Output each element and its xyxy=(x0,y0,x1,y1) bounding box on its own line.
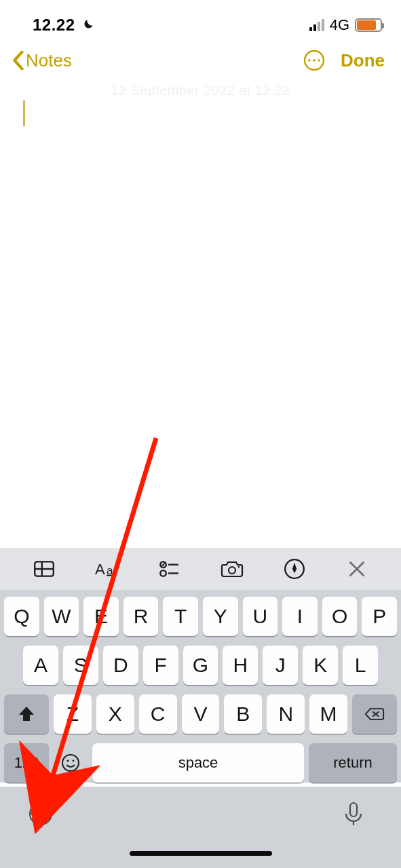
svg-text:a: a xyxy=(107,564,113,577)
key-a[interactable]: A xyxy=(23,646,58,685)
dictation-icon[interactable] xyxy=(340,800,367,827)
key-t[interactable]: T xyxy=(163,597,198,636)
status-right: 4G xyxy=(309,16,382,34)
keyboard-row-3: Z X C V B N M xyxy=(4,694,397,734)
svg-point-2 xyxy=(313,59,316,62)
svg-point-22 xyxy=(73,760,75,762)
note-timestamp: 12 September 2022 at 12.22 xyxy=(0,83,401,98)
shift-key[interactable] xyxy=(4,694,49,734)
numeric-mode-key[interactable]: 123 xyxy=(4,743,49,783)
svg-point-1 xyxy=(308,59,311,62)
key-n[interactable]: N xyxy=(267,694,305,734)
do-not-disturb-icon xyxy=(81,18,94,32)
checklist-icon[interactable] xyxy=(157,557,180,580)
status-left: 12.22 xyxy=(33,16,94,35)
keyboard-bottom-strip xyxy=(0,787,401,868)
key-w[interactable]: W xyxy=(44,597,79,636)
key-p[interactable]: P xyxy=(362,597,397,636)
svg-point-3 xyxy=(318,59,320,62)
format-icon[interactable]: A a xyxy=(95,557,118,580)
svg-point-21 xyxy=(67,760,69,762)
key-k[interactable]: K xyxy=(303,646,338,685)
battery-icon xyxy=(355,18,382,32)
keyboard-row-1: Q W E R T Y U I O P xyxy=(4,597,397,636)
svg-point-20 xyxy=(62,755,79,771)
note-toolbar: A a xyxy=(0,548,401,590)
key-y[interactable]: Y xyxy=(203,597,238,636)
return-key[interactable]: return xyxy=(309,743,397,783)
chevron-left-icon xyxy=(12,51,24,70)
status-bar: 12.22 4G xyxy=(0,0,401,38)
key-j[interactable]: J xyxy=(263,646,298,685)
camera-icon[interactable] xyxy=(221,557,244,580)
key-x[interactable]: X xyxy=(96,694,134,734)
more-options-button[interactable] xyxy=(303,49,326,72)
key-f[interactable]: F xyxy=(143,646,178,685)
key-r[interactable]: R xyxy=(123,597,159,636)
key-m[interactable]: M xyxy=(309,694,347,734)
keyboard: Q W E R T Y U I O P A S D F G H J K L Z xyxy=(0,590,401,783)
space-key[interactable]: space xyxy=(92,743,304,783)
keyboard-row-2: A S D F G H J K L xyxy=(4,646,397,685)
nav-bar: Notes Done xyxy=(0,38,401,83)
markup-icon[interactable] xyxy=(283,557,306,580)
key-s[interactable]: S xyxy=(63,646,98,685)
key-h[interactable]: H xyxy=(223,646,258,685)
key-e[interactable]: E xyxy=(83,597,119,636)
close-icon[interactable] xyxy=(345,557,368,580)
key-o[interactable]: O xyxy=(322,597,358,636)
svg-point-13 xyxy=(229,567,235,574)
backspace-key[interactable] xyxy=(352,694,397,734)
svg-rect-26 xyxy=(350,803,357,816)
key-d[interactable]: D xyxy=(103,646,138,685)
svg-point-11 xyxy=(161,570,167,576)
key-u[interactable]: U xyxy=(243,597,278,636)
svg-text:A: A xyxy=(95,561,105,578)
key-i[interactable]: I xyxy=(282,597,318,636)
key-z[interactable]: Z xyxy=(54,694,92,734)
globe-icon[interactable] xyxy=(27,800,54,827)
key-g[interactable]: G xyxy=(183,646,218,685)
key-v[interactable]: V xyxy=(182,694,220,734)
key-q[interactable]: Q xyxy=(4,597,39,636)
emoji-key[interactable] xyxy=(54,743,88,783)
back-button[interactable]: Notes xyxy=(12,50,72,71)
note-editor[interactable]: 12 September 2022 at 12.22 xyxy=(0,83,401,524)
home-indicator[interactable] xyxy=(130,851,272,856)
table-icon[interactable] xyxy=(33,557,56,580)
cellular-signal-icon xyxy=(309,19,324,31)
done-button[interactable]: Done xyxy=(341,50,385,71)
back-label: Notes xyxy=(26,50,72,71)
svg-point-14 xyxy=(237,566,240,568)
status-time: 12.22 xyxy=(33,16,75,35)
key-c[interactable]: C xyxy=(139,694,177,734)
text-cursor xyxy=(23,100,25,126)
key-l[interactable]: L xyxy=(343,646,378,685)
keyboard-row-4: 123 space return xyxy=(4,743,397,783)
network-type: 4G xyxy=(330,16,349,34)
key-b[interactable]: B xyxy=(224,694,262,734)
